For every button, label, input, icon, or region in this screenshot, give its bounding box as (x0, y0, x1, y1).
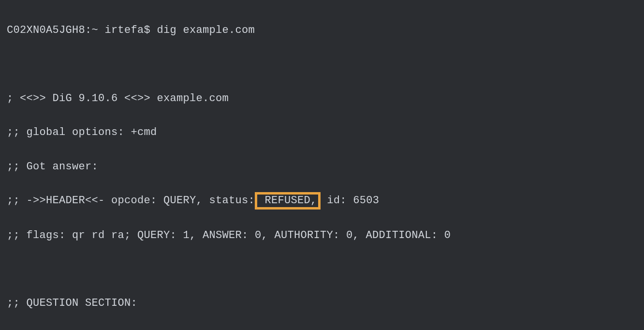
terminal-output: C02XN0A5JGH8:~ irtefa$ dig example.com ;… (7, 5, 637, 330)
flags-line: ;; flags: qr rd ra; QUERY: 1, ANSWER: 0,… (7, 227, 637, 244)
header-suffix: id: 6503 (321, 195, 380, 207)
header-status: REFUSED, (258, 195, 317, 207)
dig-version-line: ; <<>> DiG 9.10.6 <<>> example.com (7, 90, 637, 107)
status-highlight-box: REFUSED, (255, 192, 321, 210)
global-options-line: ;; global options: +cmd (7, 124, 637, 141)
prompt-host: C02XN0A5JGH8:~ (7, 24, 98, 36)
header-prefix: ;; ->>HEADER<<- opcode: QUERY, status: (7, 195, 255, 207)
command-text: dig example.com (157, 24, 255, 36)
command-prompt-line: C02XN0A5JGH8:~ irtefa$ dig example.com (7, 22, 637, 39)
header-line: ;; ->>HEADER<<- opcode: QUERY, status: R… (7, 192, 637, 210)
question-section-header: ;; QUESTION SECTION: (7, 295, 637, 312)
blank-line (7, 261, 637, 278)
prompt-user: irtefa$ (105, 24, 151, 36)
blank-line (7, 56, 637, 73)
got-answer-line: ;; Got answer: (7, 158, 637, 175)
